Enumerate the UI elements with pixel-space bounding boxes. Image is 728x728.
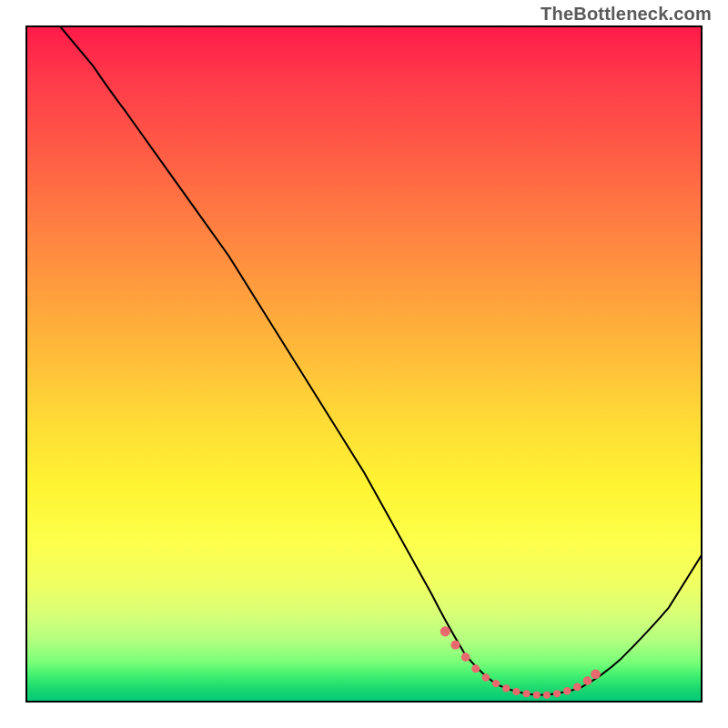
- chart-svg: [25, 25, 703, 703]
- marker-dot: [512, 688, 520, 695]
- marker-dot: [461, 652, 470, 662]
- chart-plot-area: [25, 25, 703, 703]
- marker-dot: [543, 692, 551, 699]
- watermark-text: TheBottleneck.com: [541, 4, 712, 25]
- marker-dot: [553, 690, 561, 697]
- bottleneck-curve-line: [59, 25, 703, 695]
- marker-dot: [482, 673, 490, 682]
- marker-dot: [471, 664, 480, 672]
- marker-dot: [533, 692, 541, 699]
- marker-dot: [450, 641, 460, 650]
- marker-dot: [573, 682, 581, 691]
- marker-dot: [523, 690, 531, 697]
- marker-dot: [563, 687, 571, 694]
- marker-dot: [502, 684, 510, 692]
- optimal-range-dots: [440, 626, 601, 699]
- marker-dot: [591, 669, 601, 679]
- marker-dot: [440, 626, 450, 636]
- marker-dot: [492, 680, 500, 687]
- marker-dot: [583, 676, 592, 685]
